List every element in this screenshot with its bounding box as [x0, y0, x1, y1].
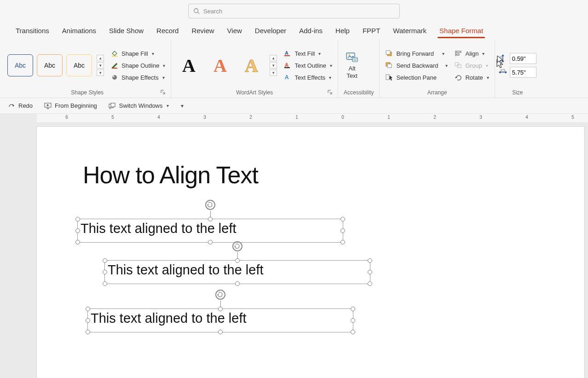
- tab-view[interactable]: View: [221, 24, 248, 38]
- align-icon: [454, 50, 462, 57]
- gallery-more-icon[interactable]: ▾: [97, 70, 104, 76]
- tab-review[interactable]: Review: [185, 24, 220, 38]
- group-shape-styles: Abc Abc Abc ▴ ▾ ▾ Shape Fill▾: [0, 40, 171, 98]
- chevron-down-icon[interactable]: ▾: [442, 51, 444, 56]
- text-box-2[interactable]: This text aligned to the left: [104, 260, 370, 284]
- selection-pane-icon: [385, 74, 393, 81]
- ribbon: Abc Abc Abc ▴ ▾ ▾ Shape Fill▾: [0, 40, 588, 98]
- bring-forward-icon: [385, 50, 393, 57]
- rotation-handle[interactable]: [205, 200, 215, 210]
- tab-shape-format[interactable]: Shape Format: [433, 24, 490, 38]
- text-box-1[interactable]: This text aligned to the left: [77, 219, 343, 243]
- text-box-text: This text aligned to the left: [105, 261, 370, 279]
- alt-text-icon: [346, 51, 358, 63]
- search-placeholder: Search: [203, 8, 222, 15]
- svg-rect-23: [456, 54, 459, 55]
- wordart-thumb[interactable]: A: [175, 52, 202, 78]
- wordart-gallery[interactable]: A A A ▴ ▾ ▾: [175, 52, 277, 78]
- svg-rect-3: [112, 68, 117, 69]
- gallery-down-icon[interactable]: ▾: [97, 62, 104, 69]
- gallery-up-icon[interactable]: ▴: [97, 55, 104, 61]
- send-backward-icon: [385, 62, 393, 69]
- ruler-number: 1: [387, 115, 390, 120]
- group-label: Group: [465, 62, 482, 69]
- shape-outline-button[interactable]: Shape Outline▾: [109, 61, 167, 70]
- chevron-down-icon: ▾: [329, 75, 331, 80]
- ruler-number: 4: [157, 115, 160, 120]
- slide-canvas[interactable]: How to Align Text This text aligned to t…: [37, 127, 584, 378]
- text-effects-button[interactable]: A Text Effects▾: [282, 73, 334, 82]
- wordart-thumb[interactable]: A: [206, 52, 234, 78]
- gallery-more-icon[interactable]: ▾: [270, 70, 277, 76]
- svg-rect-41: [111, 103, 115, 107]
- width-icon: [499, 69, 507, 76]
- chevron-down-icon: ▾: [181, 103, 184, 109]
- group-wordart-styles: A A A ▴ ▾ ▾ A Text Fill▾ A: [171, 40, 338, 98]
- dialog-launcher-icon[interactable]: [161, 89, 165, 96]
- align-button[interactable]: Align▾: [452, 49, 490, 58]
- tab-fppt[interactable]: FPPT: [356, 24, 386, 38]
- group-label-wordart: WordArt Styles: [175, 88, 334, 98]
- svg-text:A: A: [285, 74, 289, 81]
- gallery-scroll[interactable]: ▴ ▾ ▾: [270, 55, 277, 76]
- bring-forward-button[interactable]: Bring Forward ▾: [383, 49, 450, 58]
- redo-button[interactable]: Redo: [5, 101, 35, 110]
- width-input[interactable]: [510, 67, 536, 78]
- alt-text-button[interactable]: AltText: [342, 49, 362, 81]
- horizontal-ruler[interactable]: 654321012345: [37, 114, 588, 123]
- group-arrange: Bring Forward ▾ Send Backward ▾ Selectio…: [380, 40, 495, 98]
- group-button[interactable]: Group▾: [452, 61, 490, 70]
- from-beginning-button[interactable]: From Beginning: [41, 101, 100, 110]
- svg-rect-9: [284, 67, 290, 68]
- svg-marker-33: [505, 71, 507, 74]
- rotation-handle[interactable]: [215, 290, 225, 300]
- customize-qat-button[interactable]: ▾: [177, 102, 186, 110]
- shape-effects-button[interactable]: Shape Effects▾: [109, 73, 167, 82]
- redo-label: Redo: [18, 102, 33, 109]
- tab-slideshow[interactable]: Slide Show: [103, 24, 150, 38]
- ribbon-tabs: Transitions Animations Slide Show Record…: [0, 22, 588, 40]
- svg-marker-28: [502, 54, 504, 56]
- send-backward-button[interactable]: Send Backward ▾: [383, 61, 450, 70]
- dialog-launcher-icon[interactable]: [328, 89, 332, 96]
- selection-pane-button[interactable]: Selection Pane: [383, 73, 450, 82]
- svg-rect-17: [386, 51, 390, 54]
- tab-record[interactable]: Record: [150, 24, 185, 38]
- svg-point-12: [349, 54, 350, 56]
- text-box-3[interactable]: This text aligned to the left: [87, 308, 353, 332]
- svg-rect-20: [386, 75, 389, 80]
- switch-windows-icon: [108, 102, 116, 110]
- rotate-icon: [454, 74, 462, 81]
- switch-windows-button[interactable]: Switch Windows▾: [105, 101, 172, 110]
- wordart-thumb[interactable]: A: [237, 52, 265, 78]
- gallery-scroll[interactable]: ▴ ▾ ▾: [97, 55, 104, 76]
- svg-text:A: A: [285, 50, 288, 56]
- tab-transitions[interactable]: Transitions: [9, 24, 56, 38]
- svg-rect-2: [112, 56, 117, 57]
- effects-icon: [110, 74, 119, 81]
- quick-access-toolbar: Redo From Beginning Switch Windows▾ ▾: [0, 98, 588, 114]
- shape-style-thumb[interactable]: Abc: [7, 54, 33, 76]
- from-beginning-label: From Beginning: [55, 102, 97, 109]
- group-label-size: Size: [499, 88, 536, 98]
- svg-rect-13: [352, 58, 357, 62]
- tab-animations[interactable]: Animations: [56, 24, 103, 38]
- tab-watermark[interactable]: Watermark: [386, 24, 433, 38]
- shape-style-gallery[interactable]: Abc Abc Abc ▴ ▾ ▾: [7, 54, 104, 76]
- rotation-handle[interactable]: [232, 241, 242, 251]
- tab-help[interactable]: Help: [329, 24, 356, 38]
- shape-style-thumb[interactable]: Abc: [37, 54, 63, 76]
- chevron-down-icon[interactable]: ▾: [445, 63, 448, 68]
- search-box[interactable]: Search: [188, 4, 400, 18]
- tab-addins[interactable]: Add-ins: [293, 24, 329, 38]
- text-fill-button[interactable]: A Text Fill▾: [282, 49, 334, 58]
- height-input[interactable]: [510, 53, 536, 64]
- text-outline-button[interactable]: A Text Outline▾: [282, 61, 334, 70]
- gallery-down-icon[interactable]: ▾: [270, 62, 277, 69]
- gallery-up-icon[interactable]: ▴: [270, 55, 277, 61]
- shape-style-thumb[interactable]: Abc: [66, 54, 92, 76]
- shape-fill-button[interactable]: Shape Fill▾: [109, 49, 167, 58]
- rotate-button[interactable]: Rotate▾: [452, 73, 490, 82]
- slide-title[interactable]: How to Align Text: [83, 161, 258, 189]
- tab-developer[interactable]: Developer: [248, 24, 293, 38]
